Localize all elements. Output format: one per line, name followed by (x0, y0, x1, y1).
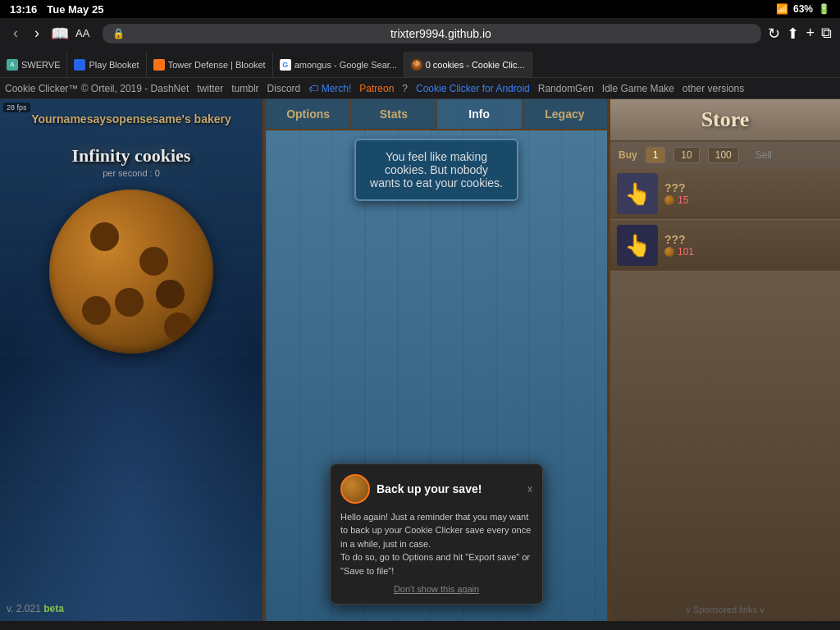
link-tumblr[interactable]: tumblr (231, 83, 258, 94)
share-button[interactable]: ⬆ (787, 25, 799, 43)
bakery-name: Yournamesaysopensesame's bakery (0, 112, 262, 126)
cost-cookie-icon-2 (664, 247, 674, 257)
save-popup-header: Back up your save! x (340, 474, 532, 504)
tabs-bar: A SWERVE Play Blooket Tower Defense | Bl… (0, 52, 840, 78)
game-wrapper: 28 fps Yournamesaysopensesame's bakery I… (0, 99, 840, 621)
version-beta: beta (43, 603, 64, 614)
store-item-cost-2: 101 (664, 246, 833, 258)
wifi-icon: 📶 (776, 3, 788, 15)
save-popup-cookie-icon (340, 474, 370, 504)
cursor-icon-2: 👆 (624, 233, 651, 258)
tab-blooket[interactable]: Play Blooket (67, 52, 146, 77)
tab-icon-swerve: A (7, 59, 18, 71)
tab-icon-tower (153, 59, 165, 71)
save-reminder-popup: Back up your save! x Hello again! Just a… (330, 463, 543, 605)
link-twitter[interactable]: twitter (197, 83, 223, 94)
browser-chrome: ‹ › 📖 AA 🔒 trixter9994.github.io ↻ ⬆ + ⧉ (0, 18, 840, 52)
tab-label-swerve: SWERVE (21, 60, 60, 70)
link-idle[interactable]: Idle Game Make (602, 83, 674, 94)
tooltip-text: You feel like making cookies. But nobody… (370, 150, 503, 189)
cost-amount-1: 15 (678, 194, 688, 206)
qty-100-button[interactable]: 100 (708, 147, 739, 163)
link-discord[interactable]: Discord (267, 83, 301, 94)
status-day: Tue May 25 (47, 3, 103, 16)
links-bar: Cookie Clicker™ © Orteil, 2019 - DashNet… (0, 78, 840, 99)
version-number: v. 2.021 (7, 603, 41, 614)
tab-info[interactable]: Info (437, 99, 523, 130)
store-item-2[interactable]: 👆 ??? 101 (610, 220, 840, 272)
new-tab-button[interactable]: + (806, 25, 815, 42)
tab-swerve[interactable]: A SWERVE (0, 52, 67, 77)
lock-icon: 🔒 (112, 28, 125, 39)
store-item-cursor[interactable]: 👆 ??? 15 (610, 168, 840, 220)
tab-info-label: Info (468, 107, 490, 121)
link-cookie-clicker[interactable]: Cookie Clicker™ © Orteil, 2019 - DashNet (5, 83, 189, 94)
status-bar: 13:16 Tue May 25 📶 63% 🔋 (0, 0, 840, 18)
cost-amount-2: 101 (678, 246, 694, 258)
tab-stats[interactable]: Stats (351, 99, 436, 130)
fps-counter: 28 fps (3, 103, 30, 112)
url-text: trixter9994.github.io (130, 27, 751, 40)
buy-label: Buy (619, 149, 637, 161)
store-item-name-1: ??? (664, 181, 833, 194)
save-popup-dismiss[interactable]: Don't show this again (340, 584, 532, 594)
save-popup-close[interactable]: x (527, 483, 532, 495)
middle-panel: Options Stats Info Legacy You feel like … (262, 99, 610, 621)
cursor-icon: 👆 (624, 181, 651, 207)
link-question[interactable]: ? (402, 83, 408, 94)
tab-label-blooket: Play Blooket (89, 60, 139, 70)
game-tabs: Options Stats Info Legacy (266, 99, 607, 130)
store-item-cost-1: 15 (664, 194, 833, 206)
store-item-info-cursor: ??? 15 (664, 181, 833, 206)
store-item-icon-2: 👆 (617, 225, 658, 266)
cookie-count: Infinity cookies (0, 145, 262, 167)
tab-label-google: amongus - Google Sear... (294, 60, 397, 70)
tab-legacy-label: Legacy (545, 107, 584, 121)
tab-stats-label: Stats (380, 107, 408, 121)
tab-cookie[interactable]: 🍪 0 cookies - Cookie Clic... (404, 52, 532, 77)
save-popup-title: Back up your save! (377, 482, 482, 495)
qty-1-button[interactable]: 1 (646, 147, 666, 163)
link-android[interactable]: Cookie Clicker for Android (416, 83, 530, 94)
sponsored-links: v Sponsored links v (610, 605, 840, 614)
tab-options-label: Options (286, 107, 330, 121)
tab-options[interactable]: Options (266, 99, 351, 130)
link-other[interactable]: other versions (682, 83, 744, 94)
back-button[interactable]: ‹ (8, 23, 23, 43)
status-time: 13:16 (10, 3, 37, 16)
tab-icon-cookie: 🍪 (411, 59, 422, 71)
game-tooltip: You feel like making cookies. But nobody… (354, 139, 518, 201)
battery-icon: 🔋 (818, 3, 830, 15)
tabs-overview-button[interactable]: ⧉ (821, 25, 832, 42)
tab-google[interactable]: G amongus - Google Sear... ✕ (273, 52, 404, 77)
buy-sell-bar: Buy 1 10 100 Sell (610, 142, 840, 168)
tab-legacy[interactable]: Legacy (523, 99, 607, 130)
bookmarks-icon[interactable]: 📖 (51, 25, 69, 43)
battery-level: 63% (793, 3, 813, 15)
store-panel: Store Buy 1 10 100 Sell 👆 ??? 15 (610, 99, 840, 621)
tab-tower[interactable]: Tower Defense | Blooket (147, 52, 273, 77)
version-info: v. 2.021 beta (7, 603, 64, 614)
tab-icon-google: G (280, 59, 291, 71)
cookie-count-container: Infinity cookies per second : 0 (0, 145, 262, 178)
address-bar[interactable]: 🔒 trixter9994.github.io (103, 24, 761, 43)
forward-button[interactable]: › (30, 23, 44, 43)
link-randomgen[interactable]: RandomGen (538, 83, 594, 94)
cookie-image[interactable] (49, 189, 213, 354)
tab-label-cookie: 0 cookies - Cookie Clic... (426, 60, 525, 70)
cost-cookie-icon-1 (664, 195, 674, 205)
store-item-icon-cursor: 👆 (617, 173, 658, 214)
reader-aa[interactable]: AA (75, 27, 89, 39)
tab-icon-blooket (74, 59, 85, 71)
store-item-info-2: ??? 101 (664, 233, 833, 258)
big-cookie[interactable] (49, 189, 213, 354)
qty-10-button[interactable]: 10 (673, 147, 699, 163)
per-second: per second : 0 (0, 168, 262, 178)
store-item-name-2: ??? (664, 233, 833, 246)
link-patreon[interactable]: Patreon (359, 83, 394, 94)
link-merch[interactable]: 🏷 Merch! (308, 83, 351, 94)
sell-label: Sell (756, 149, 772, 161)
reload-button[interactable]: ↻ (768, 25, 780, 43)
tab-label-tower: Tower Defense | Blooket (168, 60, 266, 70)
left-panel: 28 fps Yournamesaysopensesame's bakery I… (0, 99, 262, 621)
